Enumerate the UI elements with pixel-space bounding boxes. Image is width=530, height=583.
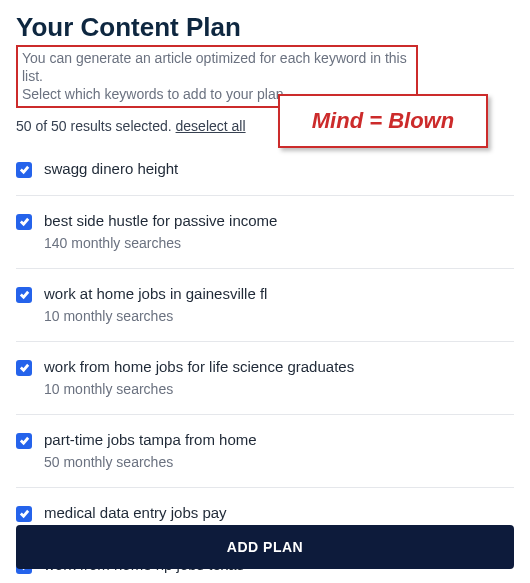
monthly-searches: 50 monthly searches — [44, 454, 257, 470]
keyword-text: swagg dinero height — [44, 160, 178, 177]
page-title: Your Content Plan — [16, 12, 514, 43]
monthly-searches: 10 monthly searches — [44, 308, 267, 324]
list-item: work from home jobs for life science gra… — [16, 342, 514, 415]
deselect-all-link[interactable]: deselect all — [176, 118, 246, 134]
checkbox[interactable] — [16, 360, 32, 376]
monthly-searches: 140 monthly searches — [44, 235, 277, 251]
check-icon — [19, 362, 30, 373]
annotation-box: Mind = Blown — [278, 94, 488, 148]
check-icon — [19, 508, 30, 519]
keyword-text: best side hustle for passive income — [44, 212, 277, 229]
list-item: best side hustle for passive income 140 … — [16, 196, 514, 269]
add-plan-button[interactable]: ADD PLAN — [16, 525, 514, 569]
checkbox[interactable] — [16, 433, 32, 449]
list-item: work at home jobs in gainesville fl 10 m… — [16, 269, 514, 342]
checkbox[interactable] — [16, 287, 32, 303]
checkbox[interactable] — [16, 506, 32, 522]
keyword-list: swagg dinero height best side hustle for… — [16, 152, 514, 583]
keyword-text: work at home jobs in gainesville fl — [44, 285, 267, 302]
selection-status-text: 50 of 50 results selected. — [16, 118, 172, 134]
check-icon — [19, 164, 30, 175]
subtitle-line-1: You can generate an article optimized fo… — [22, 49, 412, 85]
check-icon — [19, 289, 30, 300]
checkbox[interactable] — [16, 214, 32, 230]
keyword-text: work from home jobs for life science gra… — [44, 358, 354, 375]
keyword-text: part-time jobs tampa from home — [44, 431, 257, 448]
list-item: part-time jobs tampa from home 50 monthl… — [16, 415, 514, 488]
check-icon — [19, 216, 30, 227]
annotation-text: Mind = Blown — [312, 108, 454, 134]
list-item: swagg dinero height — [16, 152, 514, 196]
keyword-text: medical data entry jobs pay — [44, 504, 227, 521]
check-icon — [19, 435, 30, 446]
checkbox[interactable] — [16, 162, 32, 178]
monthly-searches: 10 monthly searches — [44, 381, 354, 397]
